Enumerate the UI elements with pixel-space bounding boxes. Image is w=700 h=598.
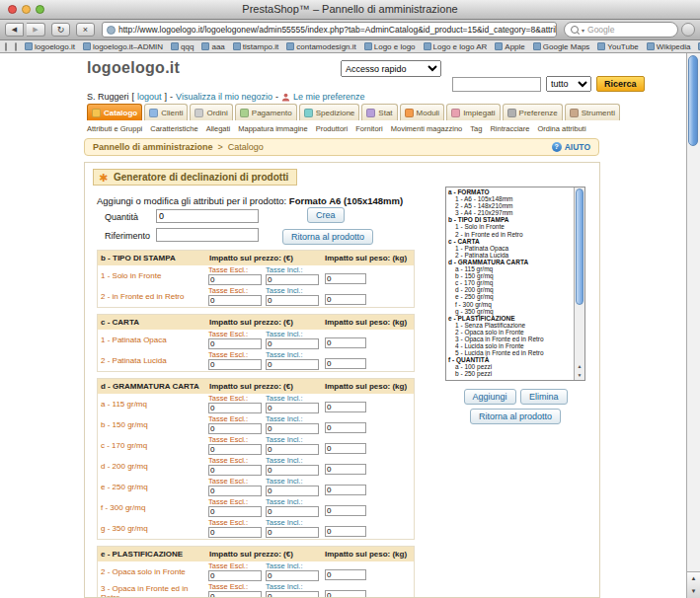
admin-search-input[interactable] [452, 77, 541, 92]
listbox-scrollbar[interactable]: ▲ ▼ [574, 187, 584, 380]
delete-button[interactable]: Elimina [520, 389, 568, 405]
bookmark-item[interactable]: contamodesign.it [286, 42, 355, 51]
tax-excl-input[interactable] [208, 465, 262, 476]
bookmark-item[interactable]: Apple [495, 42, 524, 51]
tax-excl-input[interactable] [208, 274, 262, 285]
tax-excl-input[interactable] [208, 570, 262, 581]
tax-incl-input[interactable] [266, 591, 319, 598]
attribute-list-option[interactable]: f - 300 gr/mq [448, 301, 572, 308]
weight-input[interactable] [325, 358, 366, 369]
search-scope-select[interactable]: tutto [546, 76, 591, 92]
bookmark-item[interactable]: logoelogo.it [25, 42, 75, 51]
forward-icon[interactable]: ▶ [27, 23, 45, 37]
tax-incl-input[interactable] [266, 465, 319, 476]
submenu-attributi-e-gruppi[interactable]: Attributi e Gruppi [87, 124, 142, 133]
reference-input[interactable] [156, 228, 259, 242]
attribute-list-option[interactable]: 2 - Patinata Lucida [448, 252, 572, 259]
attribute-list-option[interactable]: 2 - Opaca solo in Fronte [448, 329, 572, 336]
search-engine-caret-icon[interactable]: ▾ [582, 27, 584, 34]
tax-excl-input[interactable] [208, 423, 262, 434]
weight-input[interactable] [325, 402, 366, 412]
url-bar[interactable]: http://www.logoelogo.it/logoelogonew/adm… [102, 22, 557, 37]
weight-input[interactable] [325, 464, 366, 475]
tax-incl-input[interactable] [266, 338, 319, 349]
submenu-mappatura-immagine[interactable]: Mappatura immagine [238, 124, 307, 133]
attribute-list-option[interactable]: b - 250 pezzi [448, 370, 572, 377]
attribute-list-group[interactable]: a - FORMATO [448, 188, 572, 195]
weight-input[interactable] [325, 590, 366, 598]
bookmark-item[interactable]: qqq [171, 42, 194, 51]
tab-pagamento[interactable]: Pagamento [235, 104, 297, 120]
submenu-caratteristiche[interactable]: Caratteristiche [150, 124, 197, 133]
tax-excl-input[interactable] [208, 506, 262, 517]
tab-strumenti[interactable]: Strumenti [565, 104, 620, 120]
weight-input[interactable] [325, 505, 366, 516]
attribute-list-option[interactable]: 2 - in Fronte ed in Retro [448, 231, 572, 238]
logout-link[interactable]: logout [137, 92, 162, 102]
tax-excl-input[interactable] [208, 444, 262, 455]
add-button[interactable]: Aggiungi [464, 389, 516, 405]
weight-input[interactable] [325, 337, 366, 348]
attribute-list-group[interactable]: f - QUANTITÀ [448, 356, 572, 363]
quick-access-select[interactable]: Accesso rapido [341, 60, 441, 77]
attribute-list-group[interactable]: e - PLASTIFICAZIONE [448, 315, 572, 322]
tab-ordini[interactable]: Ordini [190, 104, 232, 120]
weight-input[interactable] [325, 294, 366, 305]
bookmark-item[interactable]: Logo e logo AR [424, 42, 488, 51]
submenu-movimenti-magazzino[interactable]: Movimenti magazzino [391, 124, 463, 133]
attribute-list-option[interactable]: g - 350 gr/mq [448, 308, 572, 315]
scrollbar-thumb[interactable] [688, 55, 698, 146]
attribute-list-option[interactable]: 1 - Senza Plastificazione [448, 322, 572, 329]
submenu-allegati[interactable]: Allegati [206, 124, 231, 133]
tax-excl-input[interactable] [208, 527, 262, 538]
bookmark-item[interactable]: YouTube [597, 42, 638, 51]
tax-excl-input[interactable] [208, 338, 262, 349]
scroll-up-icon[interactable]: ▲ [687, 572, 700, 585]
tax-excl-input[interactable] [208, 403, 262, 413]
quantity-input[interactable] [156, 209, 259, 223]
return-to-product-button[interactable]: Ritorna al prodotto [282, 229, 373, 245]
bookmark-item[interactable]: Wikipedia [647, 42, 691, 51]
submenu-tag[interactable]: Tag [470, 124, 482, 133]
bookmark-item[interactable]: Logo e logo [364, 42, 416, 51]
tax-incl-input[interactable] [266, 403, 319, 413]
attribute-list-option[interactable]: 4 - Lucida solo in Fronte [448, 342, 572, 349]
history-widget-icon[interactable] [15, 42, 17, 51]
return-to-product-button[interactable]: Ritorna al prodotto [470, 409, 561, 424]
attribute-list-group[interactable]: b - TIPO DI STAMPA [448, 216, 572, 223]
submenu-ordina-attributi[interactable]: Ordina attributi [537, 124, 585, 133]
weight-input[interactable] [325, 443, 366, 454]
submenu-rintracciare[interactable]: Rintracciare [490, 124, 529, 133]
bookmarks-widget-icon[interactable] [5, 42, 7, 51]
tax-excl-input[interactable] [208, 359, 262, 370]
submenu-produttori[interactable]: Produttori [316, 124, 349, 133]
tax-excl-input[interactable] [208, 295, 262, 306]
attribute-list-option[interactable]: 3 - Opaca in Fronte ed in Retro [448, 336, 572, 342]
tax-incl-input[interactable] [266, 423, 319, 434]
attribute-list-option[interactable]: b - 150 gr/mq [448, 272, 572, 279]
breadcrumb-current[interactable]: Catalogo [228, 142, 264, 152]
tax-excl-input[interactable] [208, 591, 262, 598]
attribute-list-option[interactable]: e - 250 gr/mq [448, 293, 572, 300]
attribute-list-group[interactable]: c - CARTA [448, 238, 572, 245]
browser-search-field[interactable]: ▾ Google [564, 22, 678, 37]
tax-excl-input[interactable] [208, 486, 262, 496]
attribute-list-group[interactable]: d - GRAMMATURA CARTA [448, 259, 572, 265]
scroll-down-icon[interactable]: ▼ [575, 371, 584, 380]
attribute-list-option[interactable]: 1 - Patinata Opaca [448, 245, 572, 252]
tax-incl-input[interactable] [266, 527, 319, 538]
my-preferences-link[interactable]: Le mie preferenze [293, 92, 365, 102]
attribute-list-option[interactable]: 2 - A5 - 148x210mm [448, 202, 572, 209]
tax-incl-input[interactable] [266, 359, 319, 370]
window-scrollbar[interactable]: ▲ ▼ [686, 53, 700, 598]
attribute-list-option[interactable]: 1 - A6 - 105x148mm [448, 195, 572, 202]
bookmark-item[interactable]: Google Maps [533, 42, 590, 51]
attribute-list-option[interactable]: 3 - A4 - 210x297mm [448, 209, 572, 216]
breadcrumb-root[interactable]: Pannello di amministrazione [93, 142, 213, 152]
weight-input[interactable] [325, 273, 366, 284]
attribute-list-option[interactable]: a - 115 gr/mq [448, 265, 572, 272]
tab-stat[interactable]: Stat [361, 104, 397, 120]
attribute-list-option[interactable]: a - 100 pezzi [448, 363, 572, 370]
tab-impiegati[interactable]: Impiegati [446, 104, 500, 120]
help-link[interactable]: ? AIUTO [552, 142, 590, 152]
